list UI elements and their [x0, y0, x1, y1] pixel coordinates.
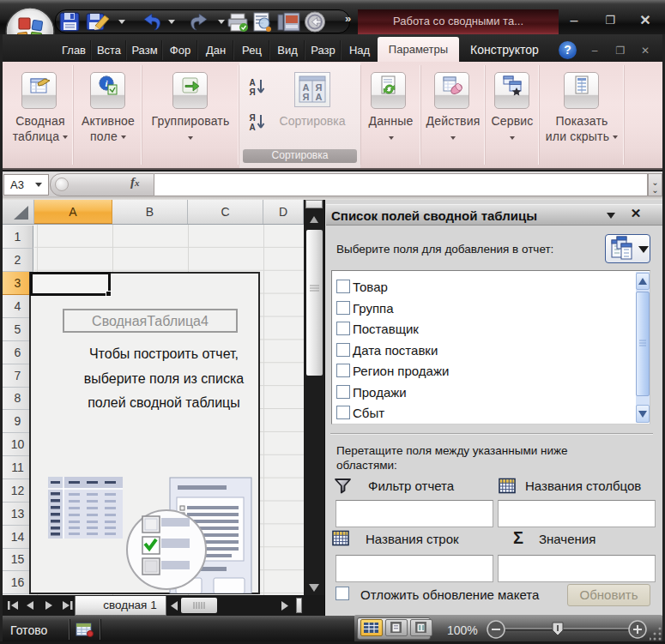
svg-text:А: А: [249, 78, 255, 87]
svg-text:А: А: [249, 123, 255, 132]
svg-text:Я: Я: [249, 113, 255, 123]
svg-text:Я: Я: [303, 92, 310, 102]
svg-text:Я: Я: [249, 87, 255, 97]
svg-text:А: А: [316, 92, 323, 102]
